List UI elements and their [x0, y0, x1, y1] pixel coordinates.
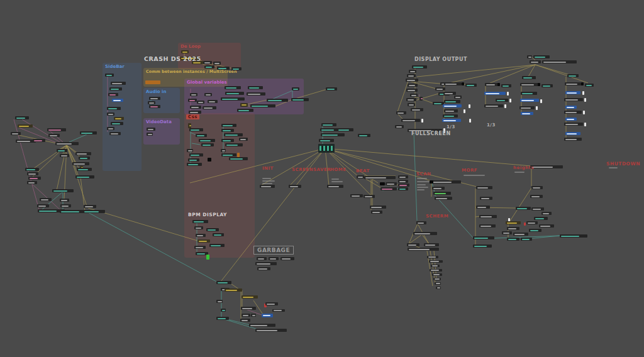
node[interactable] — [187, 163, 202, 166]
node[interactable] — [221, 149, 226, 152]
node[interactable] — [564, 111, 582, 114]
node[interactable] — [221, 309, 226, 312]
node[interactable] — [11, 132, 21, 135]
node[interactable] — [401, 119, 420, 122]
node[interactable] — [206, 228, 219, 231]
node[interactable] — [250, 104, 275, 107]
node[interactable] — [327, 185, 343, 188]
node[interactable] — [412, 65, 427, 69]
node[interactable] — [496, 99, 508, 102]
node[interactable] — [473, 236, 494, 239]
node[interactable] — [229, 157, 248, 160]
node[interactable] — [531, 207, 544, 211]
node[interactable] — [237, 109, 253, 112]
node[interactable] — [190, 93, 197, 96]
node[interactable] — [107, 107, 121, 110]
node[interactable] — [321, 133, 345, 136]
node[interactable] — [520, 99, 539, 102]
node[interactable] — [319, 139, 334, 142]
node[interactable] — [77, 168, 92, 171]
node[interactable] — [188, 99, 197, 102]
node[interactable] — [398, 180, 408, 183]
node[interactable] — [407, 74, 416, 77]
node[interactable] — [530, 60, 541, 63]
node[interactable] — [337, 128, 353, 131]
node[interactable] — [406, 98, 416, 101]
node[interactable] — [538, 83, 540, 86]
node[interactable] — [565, 132, 580, 135]
node[interactable] — [217, 67, 230, 70]
node[interactable] — [269, 257, 279, 260]
node[interactable] — [249, 324, 275, 327]
node[interactable] — [507, 238, 519, 241]
node[interactable] — [189, 111, 201, 114]
node[interactable] — [540, 99, 542, 103]
node[interactable] — [216, 317, 229, 320]
node[interactable] — [521, 92, 537, 95]
node[interactable] — [75, 175, 94, 178]
node[interactable] — [111, 82, 126, 85]
node[interactable] — [435, 197, 452, 200]
node[interactable] — [380, 187, 397, 190]
node[interactable] — [318, 144, 335, 153]
node[interactable] — [221, 153, 236, 157]
node[interactable] — [255, 262, 277, 265]
node[interactable] — [181, 50, 189, 53]
node[interactable] — [60, 204, 71, 207]
node[interactable] — [479, 215, 497, 218]
node[interactable] — [585, 84, 594, 87]
node[interactable] — [430, 269, 442, 272]
node[interactable] — [209, 244, 225, 247]
node[interactable] — [536, 106, 538, 110]
node[interactable] — [320, 128, 339, 131]
node[interactable] — [476, 186, 492, 189]
node[interactable] — [84, 205, 96, 208]
node[interactable] — [292, 87, 299, 91]
node[interactable] — [272, 309, 285, 312]
node[interactable] — [530, 165, 563, 168]
node[interactable] — [567, 74, 579, 77]
node[interactable] — [444, 100, 460, 103]
node[interactable] — [225, 86, 241, 89]
node[interactable] — [516, 207, 531, 210]
node[interactable] — [199, 139, 215, 142]
node[interactable] — [321, 123, 336, 126]
node[interactable] — [83, 210, 105, 213]
node[interactable] — [386, 182, 397, 185]
node[interactable] — [581, 82, 584, 85]
node[interactable] — [149, 105, 160, 108]
node[interactable] — [221, 124, 236, 127]
node[interactable] — [527, 55, 532, 58]
node[interactable] — [442, 119, 461, 122]
node[interactable] — [430, 180, 433, 184]
node[interactable] — [584, 98, 586, 102]
node[interactable] — [242, 314, 250, 317]
node[interactable] — [364, 176, 396, 179]
node[interactable] — [436, 287, 441, 289]
node[interactable] — [522, 76, 536, 79]
node[interactable] — [521, 238, 532, 241]
node[interactable] — [40, 198, 52, 201]
node[interactable] — [565, 106, 577, 109]
node[interactable] — [25, 168, 39, 171]
node[interactable] — [564, 138, 582, 141]
node[interactable] — [432, 187, 445, 190]
node[interactable] — [541, 212, 552, 215]
node[interactable] — [484, 92, 506, 95]
node[interactable] — [519, 106, 535, 109]
node[interactable] — [105, 74, 114, 77]
node[interactable] — [443, 114, 458, 118]
node[interactable] — [289, 185, 301, 188]
node[interactable] — [280, 257, 294, 260]
node[interactable] — [267, 99, 288, 102]
node[interactable] — [534, 217, 548, 220]
node[interactable] — [396, 111, 406, 114]
node[interactable] — [520, 83, 539, 86]
node[interactable] — [533, 55, 550, 58]
node[interactable] — [262, 314, 273, 317]
node[interactable] — [15, 116, 29, 119]
node[interactable] — [47, 128, 66, 131]
node[interactable] — [444, 109, 458, 113]
node[interactable] — [201, 143, 214, 146]
node[interactable] — [501, 84, 511, 87]
